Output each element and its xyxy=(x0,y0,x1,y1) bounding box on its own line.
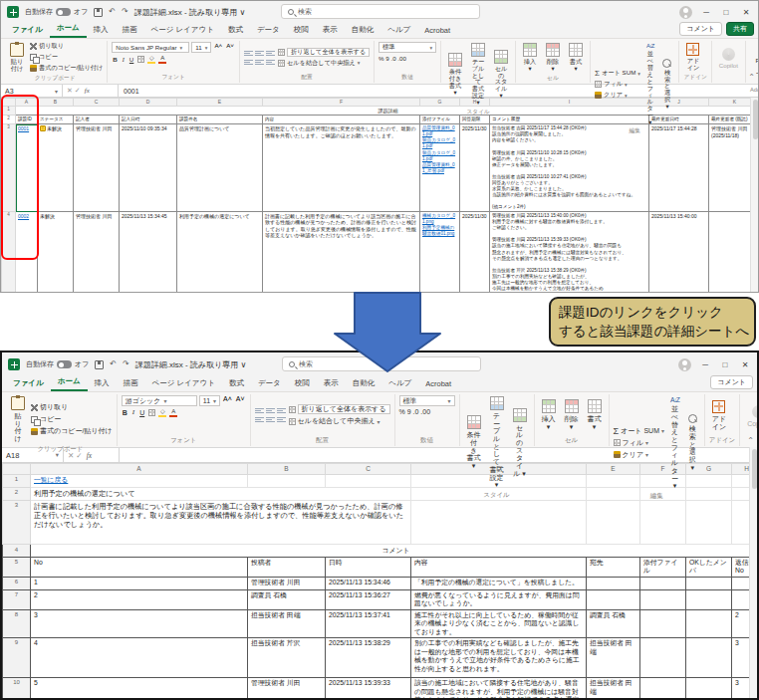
cell-ok-members[interactable] xyxy=(686,678,732,700)
cell-to[interactable]: 担当技術者 田端 xyxy=(587,678,640,700)
cell-body[interactable]: 計画書に記載した利用予定の機械についてより該当区画の施工に合致する性能の機械が見… xyxy=(263,212,420,293)
format-as-table-button[interactable]: テーブルとして 書式設定 ▾ xyxy=(487,395,507,490)
cell-author[interactable]: 調査員 石橋 xyxy=(248,589,326,609)
autosave-toggle[interactable]: 自動保存 オフ xyxy=(26,359,89,369)
back-to-list-link[interactable]: 一覧に戻る xyxy=(34,476,68,483)
horizontal-align-icons[interactable] xyxy=(244,59,275,66)
autosave-toggle[interactable]: 自動保存 オフ xyxy=(25,7,88,17)
merge-center-button[interactable]: セルを結合して中央揃え▾ xyxy=(289,416,390,426)
conditional-formatting-button[interactable]: 条件付き 書式 ▾ xyxy=(445,52,465,97)
scrollbar-thumb[interactable] xyxy=(752,449,757,489)
find-select-button[interactable]: 検索と 選択 ▾ xyxy=(685,413,700,472)
header-content[interactable]: 内容 xyxy=(411,558,587,578)
paste-button[interactable]: 貼り付け xyxy=(8,395,28,444)
minimize-button[interactable]: ─ xyxy=(699,360,711,369)
minimize-button[interactable]: ─ xyxy=(700,8,712,17)
cell-author[interactable]: 管理技術者 川田 xyxy=(248,577,326,589)
header-body[interactable]: 内容 xyxy=(263,116,420,124)
clear-button[interactable]: クリア▾ xyxy=(614,450,664,460)
delete-cells-button[interactable]: 削除 ▾ xyxy=(543,42,563,74)
scrollbar-thumb[interactable] xyxy=(753,100,758,139)
cell-author[interactable]: 管理技術者 川田 xyxy=(74,212,120,293)
cell-issue-body[interactable]: 計画書に記載した利用予定の機械についてより該当区画の施工に合致する性能の機械が見… xyxy=(31,501,411,545)
cell-status[interactable]: 未解決 xyxy=(38,212,74,293)
column-header[interactable]: A xyxy=(16,99,38,107)
copy-button[interactable]: コピー xyxy=(31,414,113,424)
wrap-text-button[interactable]: 折り返して全体を表示する xyxy=(289,404,390,414)
bold-button[interactable]: B xyxy=(112,56,118,63)
insert-cells-button[interactable]: 挿入 ▾ xyxy=(520,42,540,74)
header-to[interactable]: 宛先 xyxy=(587,558,640,578)
cell-no[interactable]: 4 xyxy=(31,638,248,678)
maximize-button[interactable]: □ xyxy=(719,360,731,369)
decrease-font-icon[interactable]: A˅ xyxy=(225,42,235,53)
cell-attachments[interactable]: 品質管理資料_01.pdf 製品カタログ_01.pdf 製品カタログ_01.pd… xyxy=(420,124,460,212)
cell-deadline[interactable]: 2025/11/30 xyxy=(460,124,490,212)
tab-formulas[interactable]: 数式 xyxy=(222,375,251,391)
tab-view[interactable]: 表示 xyxy=(316,22,345,38)
cell-updated[interactable]: 2025/11/17 15:44:28 xyxy=(649,124,709,212)
cell-attachment[interactable] xyxy=(640,577,686,589)
header-author[interactable]: 記入者 xyxy=(74,116,120,124)
undo-icon[interactable]: ↶ xyxy=(109,8,116,16)
format-painter-button[interactable]: 書式のコピー/貼り付け xyxy=(31,426,113,436)
cell-attachments[interactable]: 機械カタログ_01.png 利用予定機械の騒音数値01.png xyxy=(420,212,460,293)
user-avatar[interactable] xyxy=(678,358,691,371)
row-header[interactable]: 1 xyxy=(2,107,16,116)
document-title[interactable]: 課題詳細.xlsx - 読み取り専用 ∨ xyxy=(135,359,247,370)
issue-id-link[interactable]: 0001 xyxy=(18,125,29,131)
cut-button[interactable]: 切り取り xyxy=(31,402,113,412)
cell-title[interactable]: 利用予定の機械の選定について xyxy=(177,212,263,293)
vertical-align-icons[interactable] xyxy=(244,50,275,57)
find-select-button[interactable]: 検索と 選択 ▾ xyxy=(659,58,674,112)
tab-formulas[interactable]: 数式 xyxy=(221,22,250,38)
row-header[interactable]: 6 xyxy=(3,577,31,589)
column-header[interactable]: C xyxy=(326,464,411,475)
tab-review[interactable]: 校閲 xyxy=(287,22,316,38)
cell-ok-members[interactable] xyxy=(686,609,732,637)
tab-file[interactable]: ファイル xyxy=(6,375,51,391)
fill-color-icon[interactable]: ◇ xyxy=(158,408,166,416)
document-title[interactable]: 課題詳細.xlsx - 読み取り専用 ∨ xyxy=(134,7,246,18)
borders-icon[interactable] xyxy=(137,56,144,63)
underline-button[interactable]: U xyxy=(128,56,134,63)
tab-insert[interactable]: 挿入 xyxy=(88,375,117,391)
cell-author[interactable]: 担当技術者 芹沢 xyxy=(248,638,326,678)
format-as-table-button[interactable]: テーブルとして 書式設定 ▾ xyxy=(468,42,488,108)
format-painter-button[interactable]: 書式のコピー/貼り付け xyxy=(30,64,103,73)
tab-page-layout[interactable]: ページ レイアウト xyxy=(144,22,221,38)
comments-button[interactable]: コメント xyxy=(710,375,753,389)
row-header[interactable]: 2 xyxy=(3,488,31,501)
copilot-button[interactable]: Copilot xyxy=(716,47,741,71)
cell-ok-members[interactable] xyxy=(686,638,732,678)
error-warning-icon[interactable]: ! xyxy=(40,125,46,131)
tab-view[interactable]: 表示 xyxy=(317,375,346,391)
fill-color-icon[interactable]: ◇ xyxy=(147,55,155,63)
cell-datetime[interactable]: 2025/11/13 15:39:33 xyxy=(326,678,411,700)
cell-comment-history[interactable]: 担当技術者 吉田 2025/11/17 15:44:28 (OK0件) 該当箇所… xyxy=(490,124,649,212)
formula-icons[interactable]: ✕ ✓ fx xyxy=(63,85,119,97)
header-attachments[interactable]: 添付ファイル xyxy=(420,116,460,124)
sort-filter-button[interactable]: A↓Z並べ替えと フィルター ▾ xyxy=(667,395,682,491)
tab-insert[interactable]: 挿入 xyxy=(87,22,116,38)
cell-attachment[interactable] xyxy=(640,589,686,609)
close-button[interactable]: ✕ xyxy=(739,360,751,369)
cell-styles-button[interactable]: セルの スタイル ▾ xyxy=(510,407,530,479)
tab-automate[interactable]: 自動化 xyxy=(345,22,381,38)
font-size-select[interactable]: 11▾ xyxy=(199,395,220,406)
insert-cells-button[interactable]: 挿入 ▾ xyxy=(539,398,559,431)
increase-font-icon[interactable]: A˄ xyxy=(213,42,223,53)
cell-author[interactable]: 管理技術者 川田 xyxy=(248,678,326,700)
user-avatar[interactable] xyxy=(679,6,692,19)
header-datetime[interactable]: 記入日時 xyxy=(120,116,177,124)
cell-datetime[interactable]: 2025/11/13 15:36:27 xyxy=(326,589,411,609)
cell-content[interactable]: 施工性がそれ以上に向上しているため、稼働時間が従来の機械より少なく済むことから、… xyxy=(411,609,587,637)
row-header[interactable]: 2 xyxy=(2,116,16,124)
number-format-select[interactable]: 標準▾ xyxy=(379,42,436,53)
header-datetime[interactable]: 日時 xyxy=(326,558,411,578)
header-status[interactable]: ステータス xyxy=(38,116,74,124)
cell-datetime[interactable]: 2025/11/13 15:37:41 xyxy=(326,609,411,637)
cell-no[interactable]: 3 xyxy=(31,609,248,637)
copy-button[interactable]: コピー xyxy=(30,53,103,62)
tab-draw[interactable]: 描画 xyxy=(117,375,145,391)
